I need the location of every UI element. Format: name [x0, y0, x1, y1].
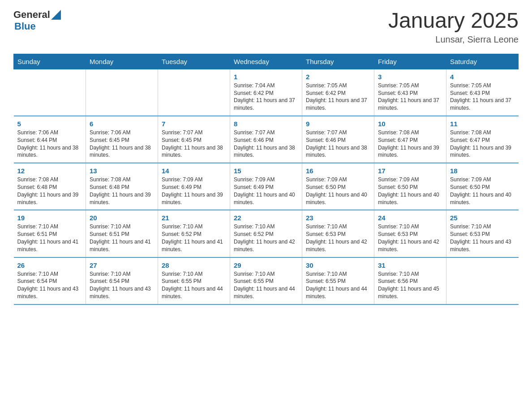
day-info: Sunrise: 7:07 AMSunset: 6:46 PMDaylight:…: [234, 129, 298, 159]
calendar-cell: 5Sunrise: 7:06 AMSunset: 6:44 PMDaylight…: [14, 116, 86, 163]
day-number: 24: [378, 214, 442, 222]
svg-marker-0: [51, 10, 61, 20]
day-info: Sunrise: 7:06 AMSunset: 6:45 PMDaylight:…: [90, 129, 154, 159]
calendar-cell: 6Sunrise: 7:06 AMSunset: 6:45 PMDaylight…: [86, 116, 158, 163]
day-info: Sunrise: 7:08 AMSunset: 6:47 PMDaylight:…: [450, 129, 515, 159]
day-info: Sunrise: 7:09 AMSunset: 6:50 PMDaylight:…: [450, 176, 515, 206]
calendar-cell: 20Sunrise: 7:10 AMSunset: 6:51 PMDayligh…: [86, 210, 158, 257]
day-number: 21: [162, 214, 226, 222]
calendar-cell: 1Sunrise: 7:04 AMSunset: 6:42 PMDaylight…: [230, 69, 302, 116]
day-number: 10: [378, 120, 442, 128]
day-info: Sunrise: 7:05 AMSunset: 6:43 PMDaylight:…: [378, 82, 442, 112]
calendar-cell: 10Sunrise: 7:08 AMSunset: 6:47 PMDayligh…: [374, 116, 446, 163]
day-number: 1: [234, 73, 298, 81]
calendar-cell: 24Sunrise: 7:10 AMSunset: 6:53 PMDayligh…: [374, 210, 446, 257]
day-number: 19: [17, 214, 82, 222]
day-info: Sunrise: 7:05 AMSunset: 6:42 PMDaylight:…: [306, 82, 370, 112]
calendar-cell: 18Sunrise: 7:09 AMSunset: 6:50 PMDayligh…: [446, 163, 519, 210]
day-number: 27: [90, 261, 154, 269]
calendar-cell: 14Sunrise: 7:09 AMSunset: 6:49 PMDayligh…: [158, 163, 230, 210]
day-info: Sunrise: 7:10 AMSunset: 6:55 PMDaylight:…: [234, 270, 298, 300]
calendar-cell: 28Sunrise: 7:10 AMSunset: 6:55 PMDayligh…: [158, 257, 230, 304]
day-number: 6: [90, 120, 154, 128]
calendar-cell: 30Sunrise: 7:10 AMSunset: 6:55 PMDayligh…: [302, 257, 374, 304]
day-number: 7: [162, 120, 226, 128]
day-info: Sunrise: 7:07 AMSunset: 6:46 PMDaylight:…: [306, 129, 370, 159]
day-info: Sunrise: 7:08 AMSunset: 6:48 PMDaylight:…: [17, 176, 82, 206]
weekday-header-friday: Friday: [374, 54, 446, 69]
page-header: General Blue January 2025 Lunsar, Sierra…: [13, 9, 519, 45]
day-number: 3: [378, 73, 442, 81]
weekday-header-tuesday: Tuesday: [158, 54, 230, 69]
calendar-cell: 2Sunrise: 7:05 AMSunset: 6:42 PMDaylight…: [302, 69, 374, 116]
day-number: 26: [17, 261, 82, 269]
calendar-cell: 21Sunrise: 7:10 AMSunset: 6:52 PMDayligh…: [158, 210, 230, 257]
title-section: January 2025 Lunsar, Sierra Leone: [388, 9, 519, 45]
calendar-cell: 12Sunrise: 7:08 AMSunset: 6:48 PMDayligh…: [14, 163, 86, 210]
calendar-cell: 7Sunrise: 7:07 AMSunset: 6:45 PMDaylight…: [158, 116, 230, 163]
day-number: 12: [17, 167, 82, 175]
day-info: Sunrise: 7:08 AMSunset: 6:48 PMDaylight:…: [90, 176, 154, 206]
week-row-4: 19Sunrise: 7:10 AMSunset: 6:51 PMDayligh…: [14, 210, 519, 257]
calendar-table: SundayMondayTuesdayWednesdayThursdayFrid…: [13, 54, 519, 305]
week-row-2: 5Sunrise: 7:06 AMSunset: 6:44 PMDaylight…: [14, 116, 519, 163]
calendar-cell: 19Sunrise: 7:10 AMSunset: 6:51 PMDayligh…: [14, 210, 86, 257]
day-number: 28: [162, 261, 226, 269]
logo-blue: Blue: [13, 21, 61, 32]
day-number: 30: [306, 261, 370, 269]
day-number: 9: [306, 120, 370, 128]
day-info: Sunrise: 7:05 AMSunset: 6:43 PMDaylight:…: [450, 82, 515, 112]
day-number: 11: [450, 120, 515, 128]
day-info: Sunrise: 7:04 AMSunset: 6:42 PMDaylight:…: [234, 82, 298, 112]
day-info: Sunrise: 7:09 AMSunset: 6:49 PMDaylight:…: [162, 176, 226, 206]
day-number: 8: [234, 120, 298, 128]
day-info: Sunrise: 7:09 AMSunset: 6:50 PMDaylight:…: [378, 176, 442, 206]
day-number: 20: [90, 214, 154, 222]
calendar-cell: 15Sunrise: 7:09 AMSunset: 6:49 PMDayligh…: [230, 163, 302, 210]
day-info: Sunrise: 7:10 AMSunset: 6:53 PMDaylight:…: [450, 223, 515, 253]
calendar-cell: 11Sunrise: 7:08 AMSunset: 6:47 PMDayligh…: [446, 116, 519, 163]
day-info: Sunrise: 7:10 AMSunset: 6:53 PMDaylight:…: [378, 223, 442, 253]
calendar-cell: [14, 69, 86, 116]
day-info: Sunrise: 7:07 AMSunset: 6:45 PMDaylight:…: [162, 129, 226, 159]
day-number: 23: [306, 214, 370, 222]
day-number: 22: [234, 214, 298, 222]
week-row-5: 26Sunrise: 7:10 AMSunset: 6:54 PMDayligh…: [14, 257, 519, 304]
weekday-header-thursday: Thursday: [302, 54, 374, 69]
weekday-header-saturday: Saturday: [446, 54, 519, 69]
day-info: Sunrise: 7:10 AMSunset: 6:55 PMDaylight:…: [162, 270, 226, 300]
calendar-cell: 16Sunrise: 7:09 AMSunset: 6:50 PMDayligh…: [302, 163, 374, 210]
day-info: Sunrise: 7:10 AMSunset: 6:54 PMDaylight:…: [90, 270, 154, 300]
day-info: Sunrise: 7:10 AMSunset: 6:54 PMDaylight:…: [17, 270, 82, 300]
calendar-subtitle: Lunsar, Sierra Leone: [388, 34, 519, 45]
day-info: Sunrise: 7:10 AMSunset: 6:55 PMDaylight:…: [306, 270, 370, 300]
calendar-cell: 29Sunrise: 7:10 AMSunset: 6:55 PMDayligh…: [230, 257, 302, 304]
day-number: 18: [450, 167, 515, 175]
day-info: Sunrise: 7:10 AMSunset: 6:56 PMDaylight:…: [378, 270, 442, 300]
day-number: 5: [17, 120, 82, 128]
day-number: 4: [450, 73, 515, 81]
day-number: 14: [162, 167, 226, 175]
weekday-header-wednesday: Wednesday: [230, 54, 302, 69]
calendar-cell: 22Sunrise: 7:10 AMSunset: 6:52 PMDayligh…: [230, 210, 302, 257]
calendar-cell: 3Sunrise: 7:05 AMSunset: 6:43 PMDaylight…: [374, 69, 446, 116]
weekday-header-sunday: Sunday: [14, 54, 86, 69]
weekday-header-monday: Monday: [86, 54, 158, 69]
day-info: Sunrise: 7:10 AMSunset: 6:51 PMDaylight:…: [90, 223, 154, 253]
day-number: 31: [378, 261, 442, 269]
calendar-cell: 27Sunrise: 7:10 AMSunset: 6:54 PMDayligh…: [86, 257, 158, 304]
day-info: Sunrise: 7:10 AMSunset: 6:52 PMDaylight:…: [234, 223, 298, 253]
calendar-cell: 8Sunrise: 7:07 AMSunset: 6:46 PMDaylight…: [230, 116, 302, 163]
day-info: Sunrise: 7:08 AMSunset: 6:47 PMDaylight:…: [378, 129, 442, 159]
calendar-title: January 2025: [388, 9, 519, 33]
day-number: 25: [450, 214, 515, 222]
calendar-cell: 17Sunrise: 7:09 AMSunset: 6:50 PMDayligh…: [374, 163, 446, 210]
day-info: Sunrise: 7:09 AMSunset: 6:50 PMDaylight:…: [306, 176, 370, 206]
calendar-cell: 25Sunrise: 7:10 AMSunset: 6:53 PMDayligh…: [446, 210, 519, 257]
calendar-cell: [158, 69, 230, 116]
calendar-cell: 23Sunrise: 7:10 AMSunset: 6:53 PMDayligh…: [302, 210, 374, 257]
day-info: Sunrise: 7:06 AMSunset: 6:44 PMDaylight:…: [17, 129, 82, 159]
calendar-cell: [86, 69, 158, 116]
day-number: 29: [234, 261, 298, 269]
calendar-cell: [446, 257, 519, 304]
